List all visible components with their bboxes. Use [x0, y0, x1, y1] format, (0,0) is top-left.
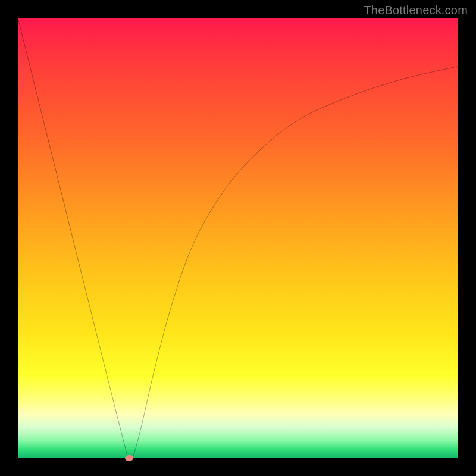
valley-marker	[125, 455, 133, 461]
watermark-text: TheBottleneck.com	[364, 4, 468, 17]
chart-frame: TheBottleneck.com	[0, 0, 476, 476]
plot-area	[18, 18, 458, 458]
bottleneck-curve	[18, 18, 458, 458]
